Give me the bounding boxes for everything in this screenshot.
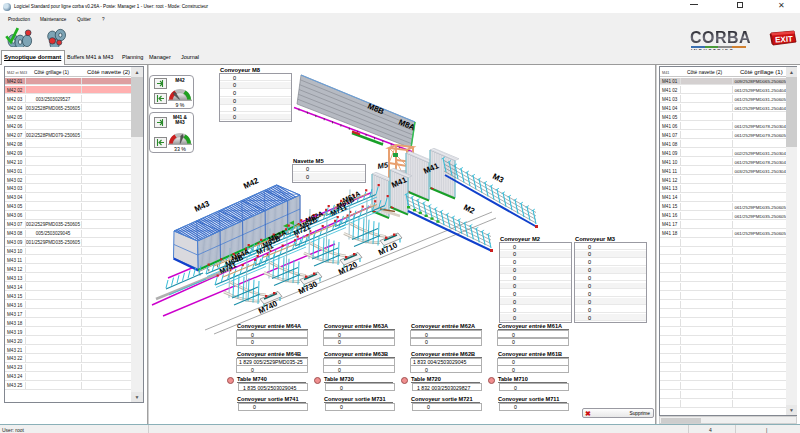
svg-text:M711: M711	[329, 203, 348, 217]
svg-text:M43: M43	[193, 199, 211, 214]
svg-text:M42: M42	[242, 176, 260, 191]
svg-text:M740: M740	[257, 299, 279, 316]
svg-text:M720: M720	[337, 260, 359, 277]
svg-text:M3: M3	[491, 172, 505, 185]
svg-text:M2: M2	[462, 203, 476, 216]
svg-text:EXIT: EXIT	[775, 34, 793, 44]
svg-text:M5: M5	[377, 160, 390, 171]
svg-text:M730: M730	[297, 279, 319, 296]
